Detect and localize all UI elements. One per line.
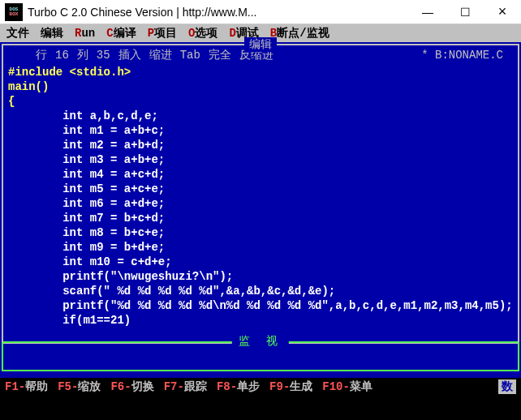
maximize-button[interactable]: ☐ — [446, 0, 484, 24]
f8-step[interactable]: F8-单步 — [217, 379, 260, 394]
window-title: Turbo C 2.0 Chinese Version | http://www… — [28, 6, 409, 19]
bottom-black-bar — [0, 396, 521, 420]
code-line: int m2 = a+b+d; — [8, 138, 513, 152]
code-line: printf("\nwugeshuzi?\n"); — [8, 269, 513, 284]
code-line: int m3 = a+b+e; — [8, 152, 513, 167]
code-line: if(m1==21) — [8, 313, 513, 328]
code-line: main() — [8, 79, 513, 94]
menu-file[interactable]: 文件 — [6, 26, 29, 41]
watch-frame: 监 视 — [2, 342, 519, 371]
minimize-button[interactable]: — — [409, 0, 446, 24]
code-line: scanf(" %d %d %d %d %d",&a,&b,&c,&d,&e); — [8, 284, 513, 298]
code-editor[interactable]: #include <stdio.h> main() { int a,b,c,d,… — [3, 65, 518, 328]
code-line: int m10 = c+d+e; — [8, 255, 513, 269]
editor-area: 编辑 行 16 列 35 插入 缩进 Tab 完全 反缩进 * B:NONAME… — [0, 42, 521, 378]
f5-zoom[interactable]: F5-缩放 — [58, 379, 101, 394]
f10-menu[interactable]: F10-菜单 — [322, 379, 372, 394]
f1-help[interactable]: F1-帮助 — [5, 379, 48, 394]
code-line: int m6 = a+d+e; — [8, 196, 513, 211]
row-value: 16 — [55, 49, 69, 62]
code-line: { — [8, 94, 513, 109]
row-label: 行 — [36, 48, 47, 62]
code-line: int m7 = b+c+d; — [8, 211, 513, 225]
window-titlebar: DOS BOX Turbo C 2.0 Chinese Version | ht… — [0, 0, 521, 24]
code-line: int m4 = a+c+d; — [8, 167, 513, 182]
dosbox-icon: DOS BOX — [5, 3, 23, 21]
f9-make[interactable]: F9-生成 — [269, 379, 312, 394]
code-line: int m8 = b+c+e; — [8, 225, 513, 240]
menu-run[interactable]: Run — [75, 27, 95, 40]
code-line: int a,b,c,d,e; — [8, 109, 513, 123]
code-line: int m9 = b+d+e; — [8, 240, 513, 255]
file-marker: * B:NONAME.C — [421, 49, 503, 62]
col-value: 35 — [97, 49, 110, 62]
watch-title: 监 视 — [232, 334, 289, 349]
code-line: int m1 = a+b+c; — [8, 123, 513, 138]
editor-frame: 编辑 行 16 列 35 插入 缩进 Tab 完全 反缩进 * B:NONAME… — [2, 44, 519, 344]
tab-mode: Tab — [180, 49, 200, 62]
menu-project[interactable]: P项目 — [148, 26, 177, 41]
f7-trace[interactable]: F7-跟踪 — [164, 379, 207, 394]
insert-mode: 插入 — [118, 48, 141, 62]
col-label: 列 — [77, 48, 88, 62]
menu-compile[interactable]: C编译 — [106, 26, 136, 41]
menu-edit[interactable]: 编辑 — [41, 26, 63, 41]
window-controls: — ☐ × — [409, 0, 521, 24]
numlock-indicator: 数 — [498, 379, 516, 394]
indent-mode: 缩进 — [149, 48, 172, 62]
function-key-bar: F1-帮助 F5-缩放 F6-切换 F7-跟踪 F8-单步 F9-生成 F10-… — [0, 378, 521, 396]
close-button[interactable]: × — [484, 0, 521, 24]
menu-options[interactable]: O选项 — [188, 26, 217, 41]
editor-frame-title: 编辑 — [244, 37, 277, 52]
code-line: int m5 = a+c+e; — [8, 182, 513, 196]
full-mode: 完全 — [209, 48, 231, 62]
code-line: printf("%d %d %d %d %d\n%d %d %d %d %d",… — [8, 298, 513, 313]
f6-switch[interactable]: F6-切换 — [110, 379, 153, 394]
code-line: #include <stdio.h> — [8, 65, 513, 79]
menu-breakpoint[interactable]: B断点/监视 — [270, 26, 329, 41]
